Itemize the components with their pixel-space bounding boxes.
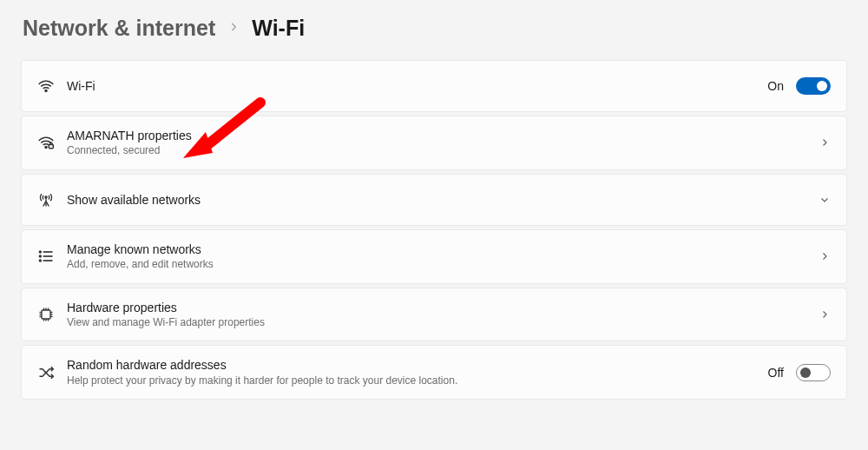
chevron-down-icon xyxy=(819,194,831,206)
breadcrumb-parent[interactable]: Network & internet xyxy=(23,16,215,41)
row-random-title: Random hardware addresses xyxy=(67,357,768,373)
row-hardware-properties[interactable]: Hardware properties View and manage Wi-F… xyxy=(21,288,847,342)
row-network-sub: Connected, secured xyxy=(67,144,819,158)
svg-rect-10 xyxy=(42,310,50,319)
breadcrumb-current: Wi-Fi xyxy=(252,16,305,41)
svg-point-1 xyxy=(45,147,47,149)
antenna-icon xyxy=(37,191,67,208)
breadcrumb: Network & internet Wi-Fi xyxy=(21,16,847,41)
row-network-properties[interactable]: AMARNATH properties Connected, secured xyxy=(21,116,847,170)
row-available-networks[interactable]: Show available networks xyxy=(21,174,847,226)
row-hardware-sub: View and manage Wi-Fi adapter properties xyxy=(67,316,819,330)
svg-point-6 xyxy=(40,260,42,261)
settings-list: Wi-Fi On AMARNATH properties Connected, … xyxy=(21,60,847,400)
row-random-state: Off xyxy=(768,366,784,380)
wifi-secured-icon xyxy=(37,134,67,151)
row-wifi-title: Wi-Fi xyxy=(67,78,767,94)
svg-point-3 xyxy=(45,196,47,198)
chip-icon xyxy=(37,306,67,323)
row-random-sub: Help protect your privacy by making it h… xyxy=(67,374,768,388)
svg-point-5 xyxy=(40,255,42,257)
row-wifi-state: On xyxy=(767,79,784,93)
chevron-right-icon xyxy=(819,136,831,149)
svg-point-4 xyxy=(40,251,42,253)
row-known-sub: Add, remove, and edit networks xyxy=(67,258,819,272)
row-known-title: Manage known networks xyxy=(67,242,819,257)
row-random-hardware[interactable]: Random hardware addresses Help protect y… xyxy=(21,345,847,400)
row-known-networks[interactable]: Manage known networks Add, remove, and e… xyxy=(21,229,847,284)
svg-rect-2 xyxy=(49,145,53,149)
wifi-icon xyxy=(37,77,67,95)
chevron-right-icon xyxy=(227,19,240,37)
row-network-title: AMARNATH properties xyxy=(67,128,819,143)
list-icon xyxy=(37,248,67,265)
row-wifi[interactable]: Wi-Fi On xyxy=(21,60,847,112)
row-hardware-title: Hardware properties xyxy=(67,300,819,315)
chevron-right-icon xyxy=(819,250,831,262)
row-available-title: Show available networks xyxy=(67,192,819,208)
chevron-right-icon xyxy=(819,308,831,321)
random-hardware-toggle[interactable] xyxy=(796,364,831,381)
wifi-toggle[interactable] xyxy=(796,77,831,95)
svg-point-0 xyxy=(45,89,47,91)
shuffle-icon xyxy=(37,364,67,381)
